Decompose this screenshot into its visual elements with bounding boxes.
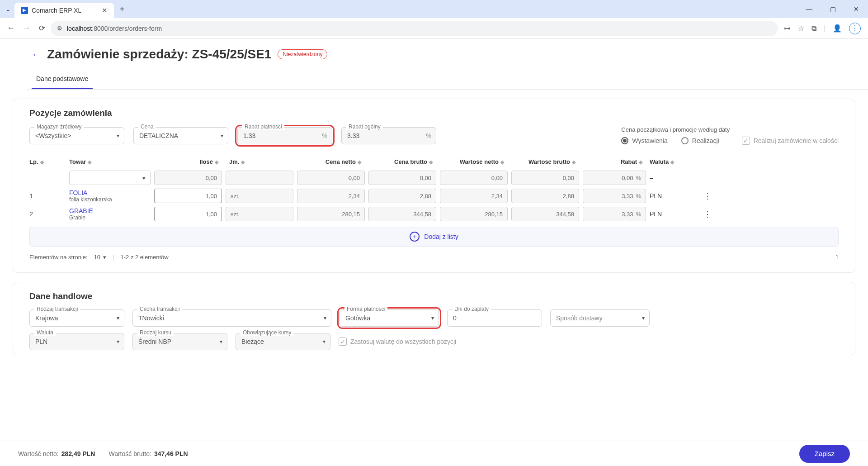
chevron-down-icon: ▾ — [117, 133, 119, 139]
url-text: localhost:8000/orders/orders-form — [67, 25, 162, 32]
item-link[interactable]: GRABIE — [69, 207, 93, 214]
extensions-icon[interactable]: ⧉ — [811, 24, 816, 33]
site-info-icon[interactable]: ⚙ — [57, 25, 62, 32]
unit-input[interactable]: szt. — [226, 207, 293, 221]
chevron-down-icon[interactable]: ⌄ — [4, 5, 13, 13]
radio-issuance[interactable]: Wystawienia — [621, 137, 667, 144]
page-back-button[interactable]: ← — [32, 49, 41, 60]
chevron-down-icon: ▾ — [221, 133, 223, 139]
add-from-list-button[interactable]: + Dodaj z listy — [29, 227, 839, 247]
chevron-down-icon: ▾ — [324, 315, 326, 321]
chevron-down-icon: ▾ — [642, 315, 645, 321]
browser-tab[interactable]: Comarch ERP XL ✕ — [14, 3, 114, 18]
days-to-pay-input[interactable]: Dni do zapłaty 0 — [447, 309, 542, 327]
item-select[interactable]: ▾ — [69, 171, 151, 185]
row-menu-button[interactable]: ⋮ — [698, 191, 717, 201]
browser-toolbar: ← → ⟳ ⚙ localhost:8000/orders/orders-for… — [0, 18, 868, 39]
pager-per-page-select[interactable]: 10 ▾ — [94, 254, 106, 261]
transaction-feature-select[interactable]: Cecha transakcji TNowicki ▾ — [132, 309, 331, 327]
chevron-down-icon: ▾ — [431, 315, 434, 321]
unit-input[interactable] — [226, 171, 293, 185]
reload-icon[interactable]: ⟳ — [39, 24, 45, 33]
app-favicon — [21, 7, 28, 14]
table-header: Lp.◆ Towar◆ Ilość◆ Jm.◆ Cena netto◆ Cena… — [29, 155, 839, 169]
chevron-down-icon: ▾ — [103, 254, 106, 261]
price-date-label: Cena początkowa i promocje według daty — [621, 126, 839, 133]
browser-titlebar: ⌄ Comarch ERP XL ✕ + — ▢ ✕ — [0, 0, 868, 18]
window-maximize-button[interactable]: ▢ — [826, 5, 839, 13]
tab-basic-data[interactable]: Dane podstawowe — [32, 71, 93, 89]
profile-avatar-icon[interactable]: 👤 — [833, 24, 842, 33]
table-row: 1 FOLIAfolia kiszonkarska 1,00 szt. 2,34… — [29, 187, 839, 205]
checkbox-full-order[interactable]: ✓ Realizuj zamówienie w całości — [742, 137, 839, 145]
unit-input[interactable]: szt. — [226, 189, 293, 203]
delivery-method-select[interactable]: Sposób dostawy ▾ — [550, 309, 650, 327]
row-menu-button[interactable]: ⋮ — [698, 209, 717, 219]
plus-icon: + — [410, 232, 420, 242]
pager-range: 1-2 z 2 elementów — [120, 254, 168, 261]
window-close-button[interactable]: ✕ — [850, 5, 863, 13]
pager-current-page: 1 — [835, 254, 839, 261]
general-discount-input[interactable]: Rabat ogólny 3.33 % — [341, 127, 436, 144]
warehouse-select[interactable]: Magazyn źródłowy <Wszystkie> ▾ — [29, 127, 124, 144]
payment-method-select[interactable]: Forma płatności Gotówka ▾ — [340, 309, 439, 327]
item-link[interactable]: FOLIA — [69, 189, 87, 196]
new-tab-button[interactable]: + — [116, 5, 128, 14]
table-row-new: ▾ 0,00 0,00 0,00 0,00 0,00 0,00% – — [29, 169, 839, 187]
card-order-items: Pozycje zamówienia Magazyn źródłowy <Wsz… — [13, 99, 855, 273]
card-trade-data: Dane handlowe Rodzaj transakcji Krajowa … — [13, 282, 855, 355]
password-key-icon[interactable]: ⊶ — [783, 24, 791, 33]
currency-select[interactable]: Waluta PLN ▾ — [29, 333, 124, 350]
browser-menu-button[interactable]: ⋮ — [849, 23, 861, 34]
table-row: 2 GRABIEGrabie 1,00 szt. 280,15 344,58 2… — [29, 205, 839, 223]
radio-realization[interactable]: Realizacji — [681, 137, 719, 144]
pager-per-page-label: Elementów na stronie: — [29, 254, 88, 261]
current-rates-select[interactable]: Obowiązujące kursy Bieżące ▾ — [236, 333, 330, 350]
qty-input[interactable]: 0,00 — [154, 171, 222, 185]
rate-type-select[interactable]: Rodzaj kursu Średni NBP ▾ — [132, 333, 227, 350]
chevron-down-icon: ▾ — [323, 338, 326, 345]
payment-discount-input[interactable]: Rabat płatności 1.33 % — [237, 127, 332, 144]
browser-tab-title: Comarch ERP XL — [32, 7, 81, 14]
qty-input[interactable]: 1,00 — [154, 207, 222, 221]
bookmark-star-icon[interactable]: ☆ — [798, 24, 804, 33]
section-title-trade-data: Dane handlowe — [29, 291, 839, 301]
chevron-down-icon: ▾ — [117, 338, 119, 345]
transaction-type-select[interactable]: Rodzaj transakcji Krajowa ▾ — [29, 309, 124, 327]
chevron-down-icon: ▾ — [117, 315, 119, 321]
close-icon[interactable]: ✕ — [102, 6, 108, 14]
apply-currency-checkbox[interactable]: ✓ Zastosuj walutę do wszystkich pozycji — [339, 338, 839, 346]
url-bar[interactable]: ⚙ localhost:8000/orders/orders-form — [51, 21, 778, 36]
chevron-down-icon: ▾ — [220, 338, 222, 345]
forward-icon[interactable]: → — [23, 24, 31, 33]
section-title-order-items: Pozycje zamówienia — [29, 108, 839, 118]
status-badge: Niezatwierdzony — [278, 49, 327, 59]
page-title: Zamówienie sprzedaży: ZS-45/25/SE1 — [47, 47, 271, 62]
back-icon[interactable]: ← — [7, 24, 15, 33]
window-minimize-button[interactable]: — — [803, 5, 816, 13]
price-select[interactable]: Cena DETALICZNA ▾ — [133, 127, 228, 144]
qty-input[interactable]: 1,00 — [154, 189, 222, 203]
checkbox-icon: ✓ — [742, 137, 750, 145]
checkbox-icon: ✓ — [339, 338, 347, 346]
